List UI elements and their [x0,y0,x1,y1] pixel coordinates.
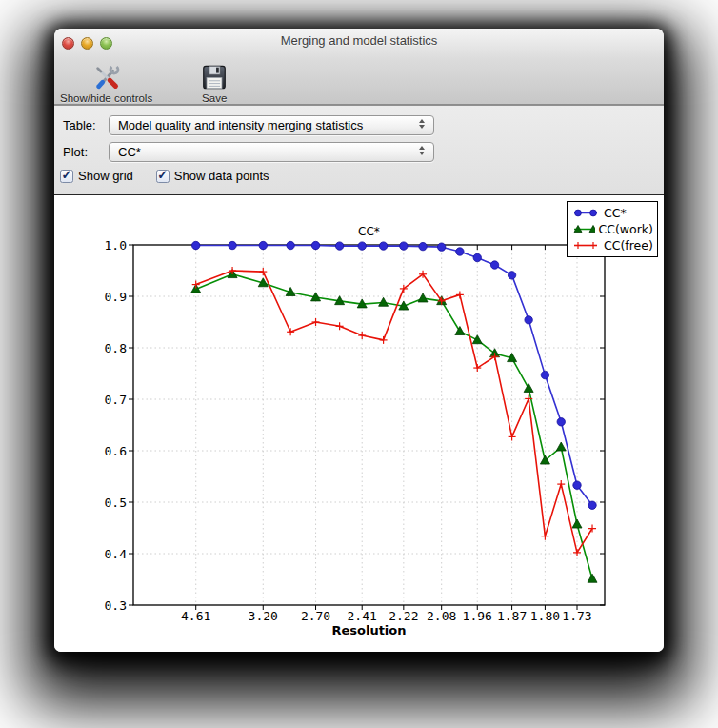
toolbar-button-label: Save [202,92,227,104]
svg-text:2.41: 2.41 [348,609,377,623]
legend-label: CC* [604,206,627,220]
plot-canvas: 4.613.202.702.412.222.081.961.871.801.73… [54,196,664,652]
app-window: Merging and model statistics Show/hide c… [54,29,664,652]
svg-text:0.7: 0.7 [105,393,127,407]
checkbox-row: ✓ Show grid ✓ Show data points [60,169,269,183]
titlebar[interactable]: Merging and model statistics [54,29,664,53]
checkbox-checked-icon: ✓ [156,170,170,183]
window-title: Merging and model statistics [111,33,607,48]
legend-entry: CC* [571,205,653,221]
checkbox-label: Show data points [174,169,269,183]
show-data-points-checkbox[interactable]: ✓ Show data points [156,169,269,183]
svg-text:0.5: 0.5 [105,495,127,510]
svg-text:0.8: 0.8 [105,341,127,355]
table-select[interactable]: Model quality and intensity merging stat… [109,115,434,135]
legend-entry: CC(work) [571,221,653,237]
svg-text:1.80: 1.80 [530,609,560,623]
svg-text:0.6: 0.6 [105,444,127,458]
chart-svg: 4.613.202.702.412.222.081.961.871.801.73… [54,196,664,652]
legend-marker-icon [571,207,600,219]
chart-legend: CC*CC(work)CC(free) [567,201,658,257]
show-hide-controls-button[interactable]: Show/hide controls [60,63,152,104]
window-chrome: Merging and model statistics Show/hide c… [54,29,664,105]
svg-text:2.08: 2.08 [427,609,456,623]
svg-text:0.9: 0.9 [105,290,127,304]
svg-text:1.0: 1.0 [105,238,127,253]
plot-label: Plot: [63,142,88,162]
floppy-icon [200,63,229,91]
tools-icon [92,63,121,91]
save-button[interactable]: Save [198,63,230,104]
table-select-value: Model quality and intensity merging stat… [118,118,363,132]
legend-label: CC(work) [599,222,653,236]
combo-arrows-icon [419,146,425,155]
svg-text:0.3: 0.3 [105,598,127,613]
toolbar-button-label: Show/hide controls [60,92,152,104]
svg-text:2.22: 2.22 [389,609,418,623]
legend-label: CC(free) [604,238,653,253]
table-label: Table: [63,115,96,135]
legend-marker-icon [571,223,595,235]
close-button[interactable] [62,37,74,50]
legend-marker-icon [571,239,600,252]
svg-text:1.73: 1.73 [562,609,591,623]
minimize-button[interactable] [81,37,93,50]
svg-text:1.87: 1.87 [497,609,527,623]
svg-text:0.4: 0.4 [105,547,128,561]
svg-text:4.61: 4.61 [181,609,210,623]
legend-entry: CC(free) [571,237,653,253]
controls-panel: Table: Model quality and intensity mergi… [54,105,664,195]
toolbar: Show/hide controls S [54,53,664,107]
traffic-lights [62,37,112,50]
plot-select[interactable]: CC* [109,142,434,162]
combo-arrows-icon [419,119,425,129]
svg-text:2.70: 2.70 [301,609,330,623]
svg-text:CC*: CC* [358,225,380,238]
svg-text:1.96: 1.96 [463,609,492,623]
show-grid-checkbox[interactable]: ✓ Show grid [60,169,133,183]
svg-text:Resolution: Resolution [331,623,406,637]
svg-text:3.20: 3.20 [249,609,278,623]
checkbox-label: Show grid [78,169,133,183]
checkbox-checked-icon: ✓ [60,170,73,183]
plot-select-value: CC* [118,145,141,159]
